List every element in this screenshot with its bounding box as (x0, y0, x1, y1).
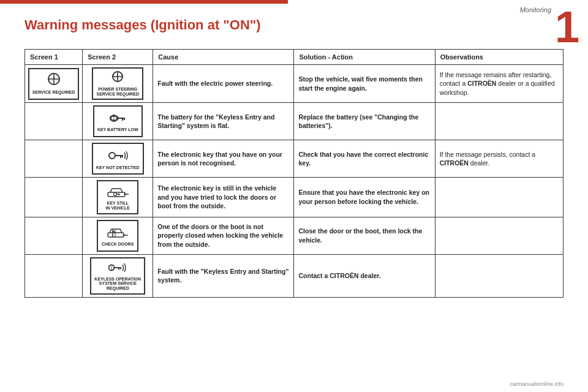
col-solution: Solution - Action (294, 50, 435, 65)
solution-cell: Replace the battery (see "Changing the b… (294, 103, 435, 140)
key-still-in-vehicle-icon: KEY STILLIN VEHICLE (97, 180, 138, 214)
cause-cell: The electronic key is still in the vehic… (153, 178, 294, 217)
screen2-cell: ! POWER STEERINGSERVICE REQUIRED (83, 65, 153, 103)
col-screen1: Screen 1 (25, 50, 83, 65)
cause-cell: Fault with the electric power steering. (153, 65, 294, 103)
key-not-detected-label: KEY NOT DETECTED (96, 165, 140, 170)
key-battery-low-icon: ! KEY BATTERY LOW (93, 105, 143, 137)
service-required-icon: ! SERVICE REQUIRED (28, 68, 80, 100)
check-doors-label: CHECK DOORS (102, 242, 134, 247)
key-not-detected-icon: KEY NOT DETECTED (92, 143, 144, 175)
warning-messages-table: Screen 1 Screen 2 Cause Solution - Actio… (24, 49, 564, 298)
key-still-in-vehicle-label: KEY STILLIN VEHICLE (106, 201, 130, 210)
cause-cell: The electronic key that you have on your… (153, 140, 294, 178)
keyless-operation-label: KEYLESS OPERATIONSYSTEM SERVICEREQUIRED (94, 277, 141, 291)
svg-rect-25 (108, 233, 124, 237)
screen1-cell-empty (25, 103, 83, 140)
screen1-cell-empty (25, 217, 83, 254)
screen2-cell-key-still: KEY STILLIN VEHICLE (83, 178, 153, 217)
solution-cell: Contact a CITROËN dealer. (294, 254, 435, 297)
solution-cell: Close the door or the boot, then lock th… (294, 217, 435, 254)
cause-cell: Fault with the "Keyless Entry and Starti… (153, 254, 294, 297)
obs-cell-empty (435, 103, 563, 140)
obs-cell-empty (435, 178, 563, 217)
key-battery-low-label: KEY BATTERY LOW (97, 127, 138, 132)
screen2-cell-key-not-detected: KEY NOT DETECTED (83, 140, 153, 178)
svg-point-15 (109, 153, 115, 159)
table-row: CHECK DOORS One of the doors or the boot… (25, 217, 564, 254)
svg-rect-13 (118, 117, 119, 119)
screen1-cell-empty (25, 178, 83, 217)
screen1-cell: ! SERVICE REQUIRED (25, 65, 83, 103)
power-steering-service-icon: ! POWER STEERINGSERVICE REQUIRED (92, 67, 143, 100)
col-cause: Cause (153, 50, 294, 65)
service-required-label: SERVICE REQUIRED (32, 90, 75, 95)
screen1-cell-empty (25, 140, 83, 178)
table-row: KEY STILLIN VEHICLE The electronic key i… (25, 178, 564, 217)
check-doors-icon: CHECK DOORS (97, 220, 138, 252)
screen2-cell-check-doors: CHECK DOORS (83, 217, 153, 254)
page-title: Warning messages (Ignition at "ON") (24, 17, 261, 33)
obs-cell-empty (435, 217, 563, 254)
header-label: Monitoring (520, 6, 551, 13)
table-row: ! KEYLESS OPERATIONSYSTEM SERVICEREQUIRE… (25, 254, 564, 297)
main-table-container: Screen 1 Screen 2 Cause Solution - Actio… (24, 49, 564, 374)
solution-cell: Ensure that you have the electronic key … (294, 178, 435, 217)
cause-cell: The battery for the "Keyless Entry and S… (153, 103, 294, 140)
screen1-cell-empty (25, 254, 83, 297)
svg-text:!: ! (111, 265, 113, 270)
col-observations: Observations (435, 50, 563, 65)
website-label: carmanualsonline.info (510, 381, 564, 387)
table-row: KEY NOT DETECTED The electronic key that… (25, 140, 564, 178)
table-row: ! KEY BATTERY LOW The battery for the "K… (25, 103, 564, 140)
table-row: ! SERVICE REQUIRED ! (25, 65, 564, 103)
keyless-operation-icon: ! KEYLESS OPERATIONSYSTEM SERVICEREQUIRE… (90, 257, 145, 295)
svg-point-20 (114, 193, 117, 196)
top-red-bar (0, 0, 288, 4)
cause-cell: One of the doors or the boot is not prop… (153, 217, 294, 254)
power-steering-label: POWER STEERINGSERVICE REQUIRED (96, 87, 139, 96)
screen2-cell-keyless-op: ! KEYLESS OPERATIONSYSTEM SERVICEREQUIRE… (83, 254, 153, 297)
solution-cell: Stop the vehicle, wait five moments then… (294, 65, 435, 103)
chapter-number: 1 (555, 5, 579, 49)
col-screen2: Screen 2 (83, 50, 153, 65)
obs-cell: If the message remains after restarting,… (435, 65, 563, 103)
svg-text:!: ! (113, 116, 115, 120)
obs-cell: If the message persists, contact a CITRO… (435, 140, 563, 178)
obs-cell-empty (435, 254, 563, 297)
solution-cell: Check that you have the correct electron… (294, 140, 435, 178)
screen2-cell-key-battery: ! KEY BATTERY LOW (83, 103, 153, 140)
